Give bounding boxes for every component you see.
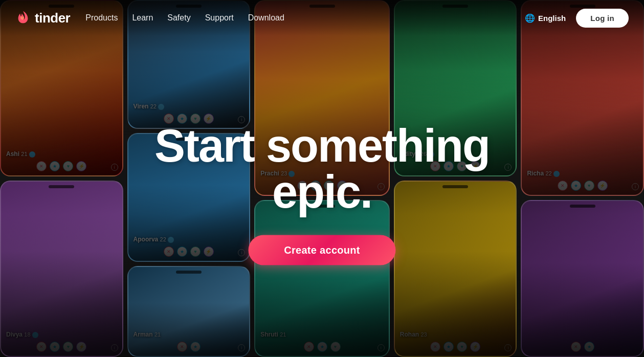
navbar: tinder Products Learn Safety Support Dow…	[0, 0, 644, 36]
logo-link[interactable]: tinder	[15, 10, 70, 26]
hero-content: Start something epic. Create account	[0, 123, 644, 265]
nav-products[interactable]: Products	[85, 13, 118, 22]
login-button[interactable]: Log in	[576, 9, 629, 28]
hero-title: Start something epic.	[10, 123, 634, 215]
hero-line2: epic.	[272, 166, 372, 217]
create-account-button[interactable]: Create account	[248, 235, 396, 265]
nav-links: Products Learn Safety Support Download	[85, 13, 284, 23]
hero-line1: Start something	[154, 120, 490, 171]
globe-icon: 🌐	[525, 13, 535, 23]
language-selector[interactable]: 🌐 English	[525, 13, 566, 23]
tinder-flame-icon	[15, 10, 31, 26]
nav-support[interactable]: Support	[205, 13, 234, 22]
nav-right: 🌐 English Log in	[525, 9, 629, 28]
logo-text: tinder	[35, 10, 70, 26]
nav-download[interactable]: Download	[248, 13, 284, 22]
nav-safety[interactable]: Safety	[167, 13, 190, 22]
nav-learn[interactable]: Learn	[132, 13, 153, 22]
language-label: English	[538, 14, 566, 23]
